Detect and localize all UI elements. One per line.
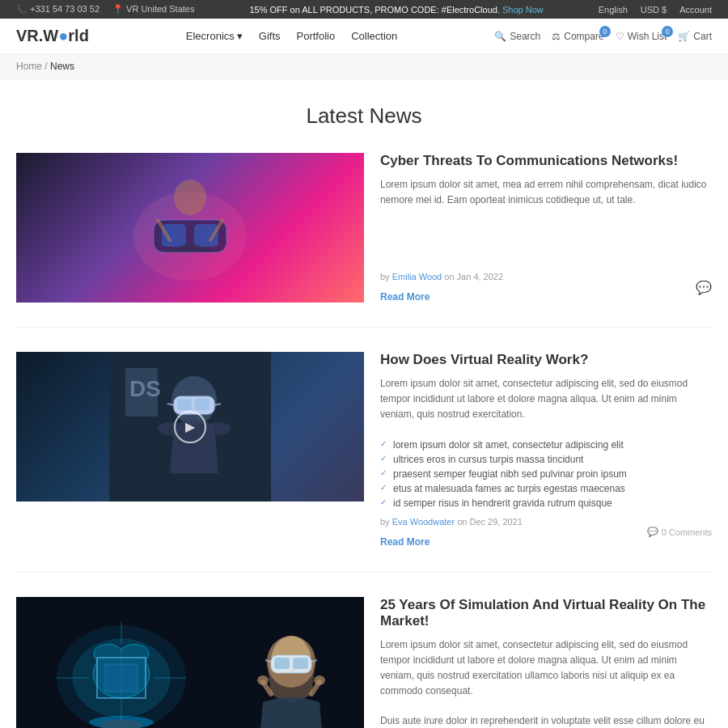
bullet-1: lorem ipsum dolor sit amet, consectetur … bbox=[380, 438, 712, 452]
svg-rect-28 bbox=[274, 658, 290, 669]
article-1-read-more[interactable]: Read More bbox=[380, 291, 430, 303]
location: 📍 VR United States bbox=[112, 4, 194, 15]
svg-rect-24 bbox=[105, 664, 138, 692]
nav-gifts[interactable]: Gifts bbox=[259, 30, 281, 42]
wishlist-badge: 0 bbox=[662, 26, 673, 37]
nav-portfolio[interactable]: Portfolio bbox=[297, 30, 336, 42]
page-title: Latest News bbox=[16, 104, 712, 129]
play-button[interactable]: ▶ bbox=[174, 411, 206, 443]
article-1-content: Cyber Threats To Communications Networks… bbox=[380, 153, 712, 303]
logo[interactable]: VR.W●rld bbox=[16, 27, 89, 45]
svg-rect-11 bbox=[177, 399, 192, 410]
compare-icon: ⚖ bbox=[552, 31, 561, 42]
breadcrumb: Home / News bbox=[0, 54, 728, 79]
comment-icon-2: 💬 bbox=[647, 527, 658, 537]
bullet-3: praesent semper feugiat nibh sed pulvina… bbox=[380, 467, 712, 481]
account-link[interactable]: Account bbox=[679, 5, 712, 15]
article-3-image bbox=[16, 597, 364, 728]
svg-text:DS: DS bbox=[129, 376, 161, 401]
article-2-bullets: lorem ipsum dolor sit amet, consectetur … bbox=[380, 438, 712, 510]
nav-collection[interactable]: Collection bbox=[351, 30, 397, 42]
article-1-excerpt: Lorem ipsum dolor sit amet, mea ad errem… bbox=[380, 177, 712, 208]
header: VR.W●rld Elecronics ▾ Gifts Portfolio Co… bbox=[0, 19, 728, 54]
language-selector[interactable]: English bbox=[599, 5, 628, 15]
article-1-meta: by Emilia Wood on Jan 4, 2022 bbox=[380, 272, 503, 281]
bullet-2: ultrices eros in cursus turpis massa tin… bbox=[380, 452, 712, 467]
phone: 📞 +331 54 73 03 52 bbox=[16, 4, 99, 15]
nav-electronics[interactable]: Elecronics ▾ bbox=[186, 30, 243, 42]
top-bar-left: 📞 +331 54 73 03 52 📍 VR United States bbox=[16, 4, 194, 15]
breadcrumb-current: News bbox=[50, 61, 74, 72]
currency-selector[interactable]: USD $ bbox=[641, 5, 667, 15]
article-3-title: 25 Years Of Simulation And Virtual Reali… bbox=[380, 597, 712, 629]
top-bar-right: English USD $ Account bbox=[599, 5, 712, 15]
main-nav: Elecronics ▾ Gifts Portfolio Collection bbox=[186, 30, 398, 42]
article-2-read-more[interactable]: Read More bbox=[380, 536, 430, 548]
article-2-title: How Does Virtual Reality Work? bbox=[380, 352, 712, 368]
article-2-excerpt: Lorem ipsum dolor sit amet, consectetur … bbox=[380, 376, 712, 423]
article-1: Cyber Threats To Communications Networks… bbox=[16, 153, 712, 328]
svg-rect-29 bbox=[293, 658, 308, 669]
svg-point-30 bbox=[257, 675, 269, 685]
article-3-excerpt: Lorem ipsum dolor sit amet, consectetur … bbox=[380, 637, 712, 700]
article-2-image: DS ▶ bbox=[16, 352, 364, 502]
wishlist-action[interactable]: ♡ Wish List 0 bbox=[616, 31, 667, 42]
shop-now-link[interactable]: Shop Now bbox=[502, 5, 544, 15]
compare-action[interactable]: ⚖ Compare 0 bbox=[552, 31, 603, 42]
main-content: Latest News Cyber T bbox=[0, 79, 728, 728]
heart-icon: ♡ bbox=[616, 31, 624, 42]
article-2-content: How Does Virtual Reality Work? Lorem ips… bbox=[380, 352, 712, 548]
comment-icon-1: 💬 bbox=[696, 280, 712, 295]
article-1-footer: by Emilia Wood on Jan 4, 2022 Read More … bbox=[380, 272, 712, 303]
article-1-title: Cyber Threats To Communications Networks… bbox=[380, 153, 712, 169]
svg-point-14 bbox=[206, 422, 231, 435]
bullet-4: etus at malesuada fames ac turpis egesta… bbox=[380, 481, 712, 496]
article-2-meta: by Eva Woodwater on Dec 29, 2021 bbox=[380, 517, 523, 527]
article-2-footer: by Eva Woodwater on Dec 29, 2021 Read Mo… bbox=[380, 517, 712, 548]
search-action[interactable]: 🔍 Search bbox=[494, 31, 540, 42]
article-3: 25 Years Of Simulation And Virtual Reali… bbox=[16, 597, 712, 728]
cart-action[interactable]: 🛒 Cart bbox=[678, 31, 712, 42]
top-bar-promo: 15% OFF on ALL PRODUCTS, PROMO CODE: #El… bbox=[249, 5, 543, 15]
header-actions: 🔍 Search ⚖ Compare 0 ♡ Wish List 0 🛒 Car… bbox=[494, 31, 712, 42]
article-3-excerpt2: Duis aute irure dolor in reprehenderit i… bbox=[380, 713, 712, 728]
top-bar: 📞 +331 54 73 03 52 📍 VR United States 15… bbox=[0, 0, 728, 19]
article-1-image bbox=[16, 153, 364, 303]
compare-badge: 0 bbox=[599, 26, 611, 37]
svg-point-31 bbox=[314, 675, 325, 685]
article-3-content: 25 Years Of Simulation And Virtual Reali… bbox=[380, 597, 712, 728]
svg-point-5 bbox=[174, 180, 206, 215]
article-2: DS ▶ How bbox=[16, 352, 712, 573]
search-icon: 🔍 bbox=[494, 31, 506, 42]
svg-rect-12 bbox=[195, 399, 210, 410]
comment-count-2: 0 Comments bbox=[662, 527, 712, 537]
bullet-5: id semper risus in hendrerit gravida rut… bbox=[380, 496, 712, 510]
cart-icon: 🛒 bbox=[678, 31, 690, 42]
breadcrumb-home[interactable]: Home bbox=[16, 61, 42, 72]
